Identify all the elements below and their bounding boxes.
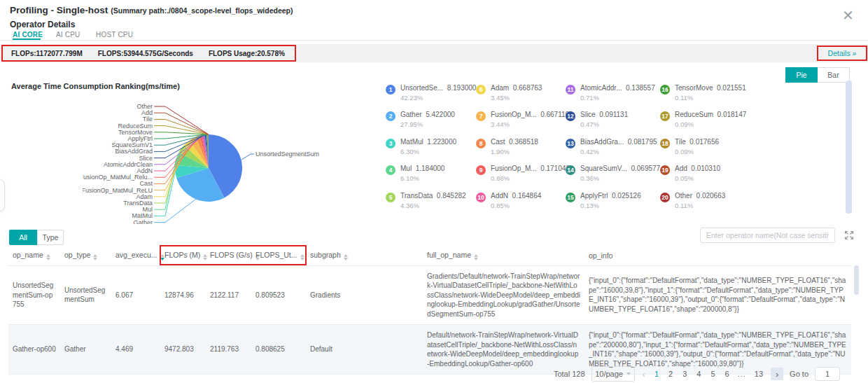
pie-label-Tile: Tile bbox=[143, 116, 153, 123]
left-edge-handle[interactable] bbox=[0, 179, 5, 211]
legend-item-Gather[interactable]: 2Gather 5.42200027.95% bbox=[386, 111, 477, 129]
pie-toggle-button[interactable]: Pie bbox=[785, 67, 818, 83]
legend-text: AddN 0.1648640.85% bbox=[491, 192, 541, 210]
legend-text: Mul 1.1840006.10% bbox=[400, 165, 444, 183]
legend-item-ApplyFtrl[interactable]: 15ApplyFtrl 0.0251260.13% bbox=[566, 192, 657, 210]
legend-item-Adam[interactable]: 6Adam 0.6687633.45% bbox=[476, 84, 567, 102]
legend-item-TransData[interactable]: 5TransData 0.8452824.36% bbox=[386, 192, 477, 210]
legend-item-FusionOp_MatMul_Relu...[interactable]: 9FusionOp_M... 0.1710460.88% bbox=[476, 165, 567, 183]
cell-op_type: UnsortedSegmentSum bbox=[60, 265, 111, 325]
page-size-select[interactable]: 10/page bbox=[592, 366, 635, 382]
page-ellipsis: ... bbox=[738, 370, 746, 378]
legend-rank-badge: 8 bbox=[476, 139, 486, 148]
sort-caret bbox=[300, 254, 304, 260]
column-header-full_op_name[interactable]: full_op_name bbox=[423, 246, 584, 265]
column-header-op_type[interactable]: op_type bbox=[60, 246, 111, 265]
legend-rank-badge: 18 bbox=[660, 139, 670, 148]
sort-caret bbox=[160, 254, 164, 260]
column-header-op_name[interactable]: op_name bbox=[8, 246, 60, 265]
tab-ai-cpu[interactable]: AI CPU bbox=[56, 31, 80, 39]
legend-item-ReduceSum[interactable]: 17ReduceSum 0.0181470.09% bbox=[660, 111, 751, 129]
legend-item-MatMul[interactable]: 3MatMul 1.2230006.30% bbox=[386, 138, 477, 156]
legend-item-Slice[interactable]: 12Slice 0.0911310.47% bbox=[566, 111, 657, 129]
stat-flops: FLOPs:1172077.799M bbox=[11, 50, 83, 57]
column-header-subgraph[interactable]: subgraph bbox=[306, 246, 423, 265]
page-buttons: 123456...13 bbox=[653, 370, 764, 378]
legend-text: AtomicAddr... 0.1385570.71% bbox=[580, 84, 655, 102]
table-row[interactable]: UnsortedSegmentSum-op755UnsortedSegmentS… bbox=[8, 265, 851, 325]
cell-flops_m: 12874.96 bbox=[160, 265, 206, 325]
legend-rank-badge: 2 bbox=[386, 111, 396, 121]
cell-op_type: Gather bbox=[60, 325, 111, 375]
pie-label-Cast: Cast bbox=[139, 180, 153, 187]
pie-label-UnsortedSegmentSum: UnsortedSegmentSum bbox=[255, 151, 319, 158]
pie-label-AddN: AddN bbox=[136, 167, 153, 174]
next-page-button[interactable]: › bbox=[771, 368, 783, 380]
legend-rank-badge: 20 bbox=[660, 193, 670, 202]
page-button-3[interactable]: 3 bbox=[681, 370, 688, 378]
close-icon[interactable]: ✕ bbox=[842, 8, 854, 22]
tabs-divider bbox=[0, 40, 868, 41]
legend-item-Mul[interactable]: 4Mul 1.1840006.10% bbox=[386, 165, 477, 183]
legend-text: Tile 0.0176560.09% bbox=[675, 138, 719, 156]
legend-item-FusionOp_MatMul_ReLU[interactable]: 7FusionOp_M... 0.6671163.44% bbox=[476, 111, 567, 129]
total-count-label: Total 128 bbox=[554, 370, 585, 378]
cell-full_op_name: Gradients/Default/network-TrainStepWrap/… bbox=[423, 265, 584, 325]
sort-caret bbox=[203, 254, 207, 260]
legend-item-TensorMove[interactable]: 16TensorMove 0.0215510.11% bbox=[660, 84, 751, 102]
page-button-6[interactable]: 6 bbox=[724, 370, 731, 378]
page-button-1[interactable]: 1 bbox=[653, 370, 660, 378]
section-title: Operator Details bbox=[10, 20, 75, 29]
column-header-avg_execution_time[interactable]: avg_execu... bbox=[111, 246, 160, 265]
cell-subgraph: Default bbox=[306, 325, 423, 375]
table-header-row: op_nameop_typeavg_execu...FLOPs (M)FLOPS… bbox=[8, 246, 851, 265]
pie-label-Add: Add bbox=[141, 109, 153, 116]
page-button-4[interactable]: 4 bbox=[695, 370, 702, 378]
chevron-down-icon bbox=[626, 372, 631, 375]
table-scrollbar[interactable] bbox=[854, 265, 859, 295]
pie-label-FusionOp_MatMul_Relu...: FusionOp_MatMul_Relu... bbox=[83, 174, 153, 181]
tab-host-cpu[interactable]: HOST CPU bbox=[96, 31, 133, 39]
legend-item-Other[interactable]: 20Other 0.0206630.11% bbox=[660, 192, 751, 210]
page-button-2[interactable]: 2 bbox=[667, 370, 674, 378]
pie-label-BiasAddGrad: BiasAddGrad bbox=[115, 148, 153, 155]
legend-item-AtomicAddrClean[interactable]: 11AtomicAddr... 0.1385570.71% bbox=[566, 84, 657, 102]
legend-item-UnsortedSegmentSum[interactable]: 1UnsortedSe... 8.19300042.23% bbox=[386, 84, 477, 102]
expand-icon[interactable] bbox=[844, 230, 855, 241]
filter-tab-type[interactable]: Type bbox=[37, 230, 64, 245]
legend-text: FusionOp_M... 0.6671163.44% bbox=[491, 111, 569, 129]
legend-item-AddN[interactable]: 10AddN 0.1648640.85% bbox=[476, 192, 567, 210]
column-header-flops_gs[interactable]: FLOPS (G/s) bbox=[206, 246, 251, 265]
page-button-13[interactable]: 13 bbox=[753, 370, 764, 378]
sort-caret bbox=[46, 254, 50, 260]
legend-item-Cast[interactable]: 8Cast 0.3685181.90% bbox=[476, 138, 567, 156]
search-input[interactable] bbox=[700, 228, 835, 243]
bar-toggle-button[interactable]: Bar bbox=[818, 67, 850, 83]
legend-text: Gather 5.42200027.95% bbox=[400, 111, 455, 129]
legend-rank-badge: 16 bbox=[660, 85, 670, 95]
chart-type-toggle: Pie Bar bbox=[785, 67, 850, 83]
tab-ai-core[interactable]: AI CORE bbox=[13, 31, 43, 39]
pie-chart: UnsortedSegmentSumGatherMatMulMulTransDa… bbox=[83, 77, 384, 224]
pie-label-Adam: Adam bbox=[136, 193, 153, 200]
page-button-5[interactable]: 5 bbox=[709, 370, 716, 378]
filter-tab-all[interactable]: All bbox=[9, 230, 37, 245]
column-header-flops_utilization[interactable]: FLOPS_Ut... bbox=[251, 246, 306, 265]
legend-item-Tile[interactable]: 18Tile 0.0176560.09% bbox=[660, 138, 751, 156]
legend-text: ReduceSum 0.0181470.09% bbox=[675, 111, 746, 129]
details-link[interactable]: Details » bbox=[828, 49, 857, 57]
legend-text: MatMul 1.2230006.30% bbox=[400, 138, 456, 156]
legend-text: TransData 0.8452824.36% bbox=[400, 192, 466, 210]
legend-item-BiasAddGrad[interactable]: 13BiasAddGra... 0.0817950.42% bbox=[566, 138, 657, 156]
prev-page-button[interactable]: ‹ bbox=[641, 369, 647, 379]
goto-page-input[interactable] bbox=[815, 367, 840, 381]
goto-label: Go to bbox=[790, 370, 808, 378]
column-header-flops_m[interactable]: FLOPs (M) bbox=[160, 246, 206, 265]
legend-item-SquareSumV1[interactable]: 14SquareSumV... 0.0695770.36% bbox=[566, 165, 657, 183]
legend-rank-badge: 6 bbox=[476, 85, 486, 95]
pie-label-TensorMove: TensorMove bbox=[118, 129, 153, 136]
legend-item-Add[interactable]: 19Add 0.0103100.05% bbox=[660, 165, 751, 183]
legend-scrollbar[interactable] bbox=[846, 81, 852, 214]
stat-flops-usage: FLOPS Usage:20.578% bbox=[209, 50, 285, 57]
legend-rank-badge: 13 bbox=[566, 139, 575, 148]
